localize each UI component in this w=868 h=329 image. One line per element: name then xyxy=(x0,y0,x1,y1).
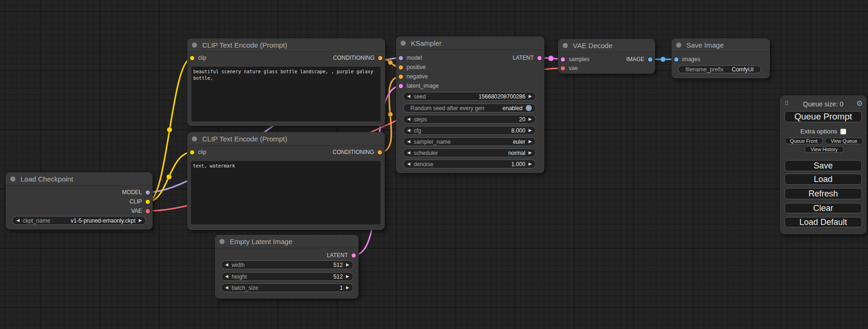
decrement-arrow-icon[interactable]: ◀ xyxy=(225,286,228,290)
gear-icon[interactable]: ⚙ xyxy=(856,99,863,108)
load-button[interactable]: Load xyxy=(784,174,862,185)
conditioning-port-icon[interactable] xyxy=(399,75,403,79)
output-slot-conditioning[interactable]: CONDITIONING xyxy=(333,54,382,62)
decrement-arrow-icon[interactable]: ◀ xyxy=(16,218,20,223)
increment-arrow-icon[interactable]: ▶ xyxy=(529,162,532,166)
decrement-arrow-icon[interactable]: ◀ xyxy=(407,151,410,155)
filename-prefix-widget[interactable]: filename_prefix ComfyUI xyxy=(678,65,761,73)
node-graph-canvas[interactable]: Load Checkpoint MODEL CLIP VAE ◀ ckpt_na… xyxy=(0,0,868,329)
input-slot-latent-image[interactable]: latent_image xyxy=(399,82,439,90)
link-midpoint-dot-clip-negative[interactable] xyxy=(167,175,172,180)
node-titlebar[interactable]: CLIP Text Encode (Prompt) xyxy=(187,38,385,52)
increment-arrow-icon[interactable]: ▶ xyxy=(529,117,532,121)
node-titlebar[interactable]: Load Checkpoint xyxy=(6,172,153,186)
collapse-dot-icon[interactable] xyxy=(10,176,15,182)
increment-arrow-icon[interactable]: ▶ xyxy=(139,218,142,223)
decrement-arrow-icon[interactable]: ◀ xyxy=(407,162,410,166)
denoise-widget[interactable]: ◀ denoise 1.000 ▶ xyxy=(403,160,536,168)
queue-prompt-button[interactable]: Queue Prompt xyxy=(784,111,862,122)
decrement-arrow-icon[interactable]: ◀ xyxy=(407,128,410,133)
scheduler-widget[interactable]: ◀ scheduler normal ▶ xyxy=(403,148,536,157)
save-button[interactable]: Save xyxy=(784,160,862,171)
decrement-arrow-icon[interactable]: ◀ xyxy=(407,140,410,144)
input-slot-positive[interactable]: positive xyxy=(399,63,426,71)
node-titlebar[interactable]: Empty Latent Image xyxy=(215,235,359,248)
conditioning-port-icon[interactable] xyxy=(378,56,382,60)
batch-size-widget[interactable]: ◀ batch_size 1 ▶ xyxy=(221,283,353,292)
output-slot-model[interactable]: MODEL xyxy=(122,188,150,196)
increment-arrow-icon[interactable]: ▶ xyxy=(346,286,349,290)
link-midpoint-dot-image-to-save[interactable] xyxy=(661,57,666,62)
clear-button[interactable]: Clear xyxy=(784,203,862,213)
ckpt-name-widget[interactable]: ◀ ckpt_name v1-5-pruned-emaonly.ckpt ▶ xyxy=(12,216,146,225)
node-load-checkpoint[interactable]: Load Checkpoint MODEL CLIP VAE ◀ ckpt_na… xyxy=(6,172,153,230)
increment-arrow-icon[interactable]: ▶ xyxy=(346,274,349,279)
increment-arrow-icon[interactable]: ▶ xyxy=(529,151,532,155)
output-slot-clip[interactable]: CLIP xyxy=(129,197,150,206)
decrement-arrow-icon[interactable]: ◀ xyxy=(407,94,410,98)
output-slot-conditioning[interactable]: CONDITIONING xyxy=(332,148,382,156)
vae-port-icon[interactable] xyxy=(146,209,150,213)
image-port-icon[interactable] xyxy=(674,57,678,62)
vae-port-icon[interactable] xyxy=(561,66,565,70)
latent-port-icon[interactable] xyxy=(352,253,356,258)
input-slot-vae[interactable]: vae xyxy=(561,64,578,72)
node-titlebar[interactable]: Save Image xyxy=(671,38,770,52)
refresh-button[interactable]: Refresh xyxy=(784,188,862,199)
decrement-arrow-icon[interactable]: ◀ xyxy=(407,117,410,121)
sampler-name-widget[interactable]: ◀ sampler_name euler ▶ xyxy=(403,137,536,146)
seed-widget[interactable]: ◀ seed 156680208700286 ▶ xyxy=(403,92,536,101)
clip-port-icon[interactable] xyxy=(146,200,150,204)
collapse-dot-icon[interactable] xyxy=(401,41,406,46)
collapse-dot-icon[interactable] xyxy=(219,239,225,244)
output-slot-vae[interactable]: VAE xyxy=(131,207,150,215)
decrement-arrow-icon[interactable]: ◀ xyxy=(225,263,228,267)
toggle-on-icon[interactable] xyxy=(526,105,532,111)
conditioning-port-icon[interactable] xyxy=(378,150,382,154)
model-port-icon[interactable] xyxy=(146,190,150,195)
positive-prompt-textarea[interactable]: beautiful scenery nature glass bottle la… xyxy=(191,67,381,121)
cfg-widget[interactable]: ◀ cfg 8.000 ▶ xyxy=(403,126,536,135)
input-slot-samples[interactable]: samples xyxy=(561,55,590,63)
output-slot-latent[interactable]: LATENT xyxy=(327,251,356,259)
decrement-arrow-icon[interactable]: ◀ xyxy=(225,274,228,279)
random-seed-toggle-widget[interactable]: Random seed after every gen enabled xyxy=(403,104,536,112)
node-save-image[interactable]: Save Image images filename_prefix ComfyU… xyxy=(671,38,770,78)
node-clip-text-encode-negative[interactable]: CLIP Text Encode (Prompt) clip CONDITION… xyxy=(187,132,385,230)
node-titlebar[interactable]: VAE Decode xyxy=(558,39,655,52)
output-slot-latent[interactable]: LATENT xyxy=(513,54,542,62)
node-clip-text-encode-positive[interactable]: CLIP Text Encode (Prompt) clip CONDITION… xyxy=(187,38,385,126)
link-midpoint-dot-clip-positive[interactable] xyxy=(167,127,172,133)
negative-prompt-textarea[interactable]: text, watermark xyxy=(191,161,381,224)
latent-port-icon[interactable] xyxy=(537,56,542,60)
node-vae-decode[interactable]: VAE Decode samples vae IMAGE xyxy=(558,39,655,74)
conditioning-port-icon[interactable] xyxy=(399,65,403,70)
load-default-button[interactable]: Load Default xyxy=(784,217,862,227)
image-port-icon[interactable] xyxy=(648,57,652,62)
height-widget[interactable]: ◀ height 512 ▶ xyxy=(221,272,353,281)
width-widget[interactable]: ◀ width 512 ▶ xyxy=(221,260,353,269)
model-port-icon[interactable] xyxy=(399,56,403,60)
view-queue-button[interactable]: View Queue xyxy=(825,138,863,144)
link-midpoint-dot-latent-to-decode[interactable] xyxy=(548,56,554,61)
increment-arrow-icon[interactable]: ▶ xyxy=(346,263,349,267)
clip-port-icon[interactable] xyxy=(190,150,194,154)
collapse-dot-icon[interactable] xyxy=(192,42,197,48)
clip-port-icon[interactable] xyxy=(190,56,194,60)
increment-arrow-icon[interactable]: ▶ xyxy=(529,128,532,133)
extra-options-checkbox[interactable] xyxy=(840,129,846,134)
link-midpoint-dot-conditioning-positive[interactable] xyxy=(388,60,393,65)
collapse-dot-icon[interactable] xyxy=(192,136,197,141)
node-empty-latent-image[interactable]: Empty Latent Image LATENT ◀ width 512 ▶ … xyxy=(215,235,359,299)
view-history-button[interactable]: View History xyxy=(804,146,844,153)
latent-port-icon[interactable] xyxy=(561,57,565,62)
increment-arrow-icon[interactable]: ▶ xyxy=(529,140,532,144)
queue-front-button[interactable]: Queue Front xyxy=(785,138,823,144)
collapse-dot-icon[interactable] xyxy=(563,43,568,48)
input-slot-negative[interactable]: negative xyxy=(399,72,428,81)
node-titlebar[interactable]: CLIP Text Encode (Prompt) xyxy=(187,132,385,146)
input-slot-model[interactable]: model xyxy=(399,54,422,62)
input-slot-clip[interactable]: clip xyxy=(190,54,206,62)
collapse-dot-icon[interactable] xyxy=(676,42,681,48)
link-midpoint-dot-conditioning-negative[interactable] xyxy=(388,112,393,117)
